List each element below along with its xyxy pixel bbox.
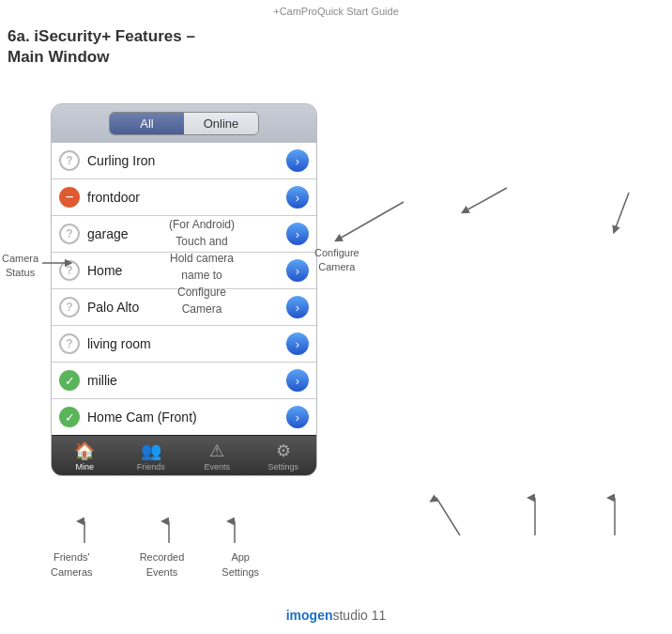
segment-online[interactable]: Online xyxy=(184,113,258,134)
tab-item-events[interactable]: ⚠Events xyxy=(184,436,251,475)
camera-arrow-button[interactable]: › xyxy=(286,332,309,355)
camera-status-label: CameraStatus xyxy=(2,252,38,281)
camera-row[interactable]: ✓Home Cam (Front)› xyxy=(52,399,316,435)
android-tip: (For Android) Touch and Hold camera name… xyxy=(131,216,272,317)
status-icon: ✓ xyxy=(59,407,80,427)
svg-line-2 xyxy=(465,188,507,211)
imogen-logo: imogenstudio 11 xyxy=(286,608,387,623)
bottom-right-arrows xyxy=(432,484,672,540)
status-icon: − xyxy=(59,187,80,208)
status-icon: ? xyxy=(59,224,80,244)
camera-name: millie xyxy=(87,373,286,388)
status-icon: ✓ xyxy=(59,370,80,391)
status-icon: ? xyxy=(59,333,80,354)
bottom-arrows xyxy=(84,517,291,545)
bottom-annotations: Friends' Cameras Recorded Events App Set… xyxy=(51,550,259,580)
svg-line-7 xyxy=(436,498,460,535)
tab-icon: 🏠 xyxy=(74,441,95,461)
tab-label: Events xyxy=(204,462,230,472)
section-heading: 6a. iSecurity+ Features – Main Window xyxy=(8,26,195,68)
camera-arrow-button[interactable]: › xyxy=(286,369,309,392)
tab-icon: ⚠ xyxy=(209,441,224,461)
camera-arrow-button[interactable]: › xyxy=(286,223,309,245)
recorded-events-label: Recorded Events xyxy=(140,550,185,580)
segment-control[interactable]: All Online xyxy=(109,112,259,135)
guide-title: +CamProQuick Start Guide xyxy=(0,0,672,17)
tab-item-mine[interactable]: 🏠Mine xyxy=(52,436,118,475)
app-settings-label: App Settings xyxy=(221,550,259,580)
camera-row[interactable]: −frontdoor› xyxy=(52,179,316,216)
segment-bar: All Online xyxy=(52,104,316,143)
camera-name: frontdoor xyxy=(87,190,286,205)
svg-line-1 xyxy=(338,202,404,240)
tab-label: Mine xyxy=(75,462,94,472)
top-right-arrow xyxy=(460,183,516,221)
tab-bar: 🏠Mine👥Friends⚠Events⚙Settings xyxy=(52,435,316,475)
tab-icon: 👥 xyxy=(141,441,161,461)
segment-all[interactable]: All xyxy=(110,113,184,134)
camera-arrow-button[interactable]: › xyxy=(286,296,309,318)
camera-status-arrow xyxy=(42,258,70,268)
right-arrow-1 xyxy=(319,193,432,268)
camera-arrow-button[interactable]: › xyxy=(286,186,309,209)
tab-icon: ⚙ xyxy=(276,441,291,461)
tab-item-settings[interactable]: ⚙Settings xyxy=(251,436,317,475)
status-icon: ? xyxy=(59,150,80,171)
status-icon: ? xyxy=(59,297,80,317)
tab-label: Settings xyxy=(267,462,298,472)
camera-arrow-button[interactable]: › xyxy=(286,259,309,282)
tab-label: Friends xyxy=(137,462,165,472)
camera-arrow-button[interactable]: › xyxy=(286,406,309,428)
friends-cameras-label: Friends' Cameras xyxy=(51,550,93,580)
svg-line-3 xyxy=(615,193,629,230)
camera-arrow-button[interactable]: › xyxy=(286,149,309,172)
camera-row[interactable]: ?Curling Iron› xyxy=(52,143,316,179)
camera-row[interactable]: ✓millie› xyxy=(52,363,316,399)
tab-item-friends[interactable]: 👥Friends xyxy=(118,436,185,475)
far-right-arrow xyxy=(610,188,648,235)
camera-name: Curling Iron xyxy=(87,153,286,168)
camera-name: Home Cam (Front) xyxy=(87,410,286,425)
camera-name: living room xyxy=(87,336,286,351)
camera-row[interactable]: ?living room› xyxy=(52,326,316,363)
